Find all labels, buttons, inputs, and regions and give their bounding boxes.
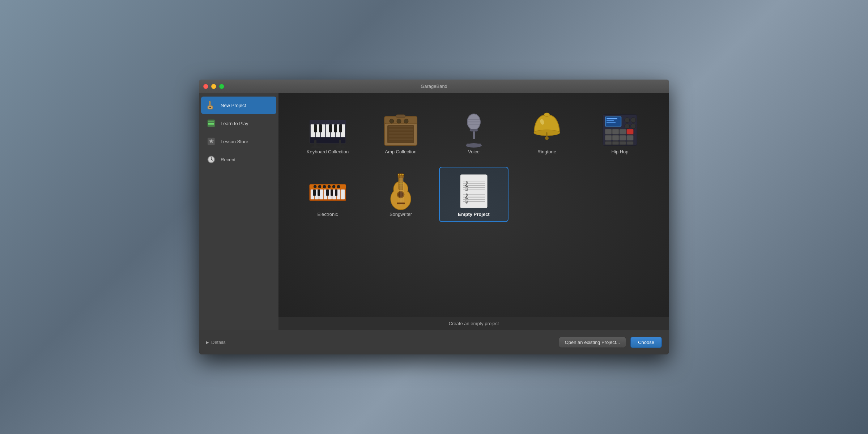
svg-rect-110	[313, 208, 321, 210]
svg-rect-81	[620, 135, 626, 140]
svg-rect-77	[620, 129, 626, 134]
open-existing-project-button[interactable]: Open an existing Project...	[559, 337, 626, 348]
details-arrow-icon: ▶	[206, 340, 209, 344]
svg-rect-59	[470, 129, 478, 131]
sidebar-item-lesson-store[interactable]: Lesson Store	[201, 133, 276, 150]
svg-rect-85	[620, 141, 626, 145]
songwriter-label: Songwriter	[390, 212, 412, 217]
status-bar: Create an empty project	[278, 317, 669, 330]
amp-collection-label: Amp Collection	[385, 149, 416, 154]
svg-point-48	[397, 119, 401, 123]
svg-rect-32	[336, 146, 345, 148]
svg-rect-58	[467, 144, 481, 146]
window-title: GarageBand	[421, 84, 447, 89]
project-item-songwriter[interactable]: Songwriter	[366, 167, 435, 222]
svg-point-14	[211, 159, 212, 160]
svg-rect-25	[319, 124, 322, 132]
svg-rect-133	[460, 175, 487, 208]
svg-point-71	[625, 118, 630, 123]
svg-rect-82	[627, 135, 633, 140]
svg-rect-75	[605, 129, 612, 134]
details-section[interactable]: ▶ Details	[206, 340, 226, 345]
svg-text:𝄞: 𝄞	[464, 193, 469, 204]
sidebar-item-new-project[interactable]: New Project	[201, 97, 276, 114]
svg-rect-86	[627, 141, 633, 145]
svg-point-92	[328, 185, 331, 188]
svg-point-119	[398, 174, 399, 175]
music-note-icon	[206, 118, 216, 128]
status-text: Create an empty project	[449, 321, 499, 326]
svg-rect-5	[208, 122, 214, 122]
voice-label: Voice	[468, 149, 480, 154]
star-icon	[206, 136, 216, 146]
project-grid: Keyboard Collection	[293, 104, 655, 222]
svg-rect-69	[607, 120, 614, 121]
sidebar-label-learn-to-play: Learn to Play	[221, 121, 248, 126]
svg-point-51	[467, 114, 480, 130]
svg-rect-131	[399, 183, 403, 184]
svg-rect-128	[397, 203, 405, 204]
empty-project-icon: 𝄞 𝄞	[454, 172, 494, 212]
amp-collection-icon	[381, 109, 421, 149]
clock-icon	[206, 154, 216, 165]
svg-point-93	[332, 185, 335, 188]
svg-point-72	[631, 118, 636, 123]
svg-rect-28	[339, 124, 342, 132]
electronic-icon	[308, 172, 348, 212]
svg-rect-109	[337, 201, 340, 209]
svg-point-63	[544, 113, 550, 116]
project-item-empty-project[interactable]: 𝄞 𝄞 Empty Project	[439, 167, 509, 222]
svg-rect-6	[208, 123, 214, 124]
svg-rect-80	[612, 135, 619, 140]
empty-project-label: Empty Project	[458, 212, 489, 217]
svg-point-94	[337, 185, 340, 188]
svg-rect-84	[612, 141, 619, 145]
svg-rect-7	[208, 124, 214, 125]
svg-point-121	[402, 174, 404, 175]
project-item-voice[interactable]: Voice	[439, 104, 509, 159]
svg-rect-70	[607, 122, 616, 123]
svg-rect-106	[331, 190, 333, 196]
project-item-hip-hop[interactable]: Hip Hop	[585, 104, 655, 159]
svg-point-90	[318, 185, 321, 188]
svg-text:𝄞: 𝄞	[464, 181, 469, 191]
project-item-ringtone[interactable]: Ringtone	[512, 104, 582, 159]
minimize-button[interactable]	[211, 84, 216, 89]
ringtone-label: Ringtone	[537, 149, 556, 154]
svg-point-73	[625, 124, 630, 129]
songwriter-icon	[381, 172, 421, 212]
maximize-button[interactable]	[219, 84, 224, 89]
hip-hop-label: Hip Hop	[612, 149, 629, 154]
keyboard-collection-label: Keyboard Collection	[307, 149, 349, 154]
guitar-icon	[206, 100, 216, 110]
svg-rect-50	[396, 115, 405, 118]
sidebar-item-learn-to-play[interactable]: Learn to Play	[201, 115, 276, 132]
close-button[interactable]	[203, 84, 208, 89]
svg-rect-76	[612, 129, 619, 134]
project-item-keyboard-collection[interactable]: Keyboard Collection	[293, 104, 362, 159]
sidebar-item-recent[interactable]: Recent	[201, 151, 276, 168]
svg-point-91	[323, 185, 326, 188]
details-label: Details	[211, 340, 226, 345]
svg-rect-111	[335, 208, 342, 210]
svg-point-62	[545, 136, 549, 140]
project-item-electronic[interactable]: Electronic	[293, 167, 362, 222]
svg-rect-83	[605, 141, 612, 145]
project-item-amp-collection[interactable]: Amp Collection	[366, 104, 435, 159]
keyboard-collection-icon	[308, 109, 348, 149]
svg-rect-103	[313, 190, 316, 196]
choose-button[interactable]: Choose	[630, 337, 662, 348]
svg-rect-29	[314, 140, 316, 147]
svg-point-49	[404, 119, 408, 123]
svg-rect-30	[339, 140, 341, 147]
titlebar: GarageBand	[199, 80, 669, 93]
hip-hop-icon	[600, 109, 640, 149]
app-window: GarageBand New Project	[199, 80, 669, 354]
electronic-label: Electronic	[317, 212, 338, 217]
svg-rect-107	[335, 190, 337, 196]
svg-point-47	[390, 119, 394, 123]
svg-point-120	[400, 174, 401, 175]
svg-rect-79	[605, 135, 612, 140]
svg-rect-31	[311, 146, 320, 148]
svg-rect-26	[329, 124, 332, 132]
